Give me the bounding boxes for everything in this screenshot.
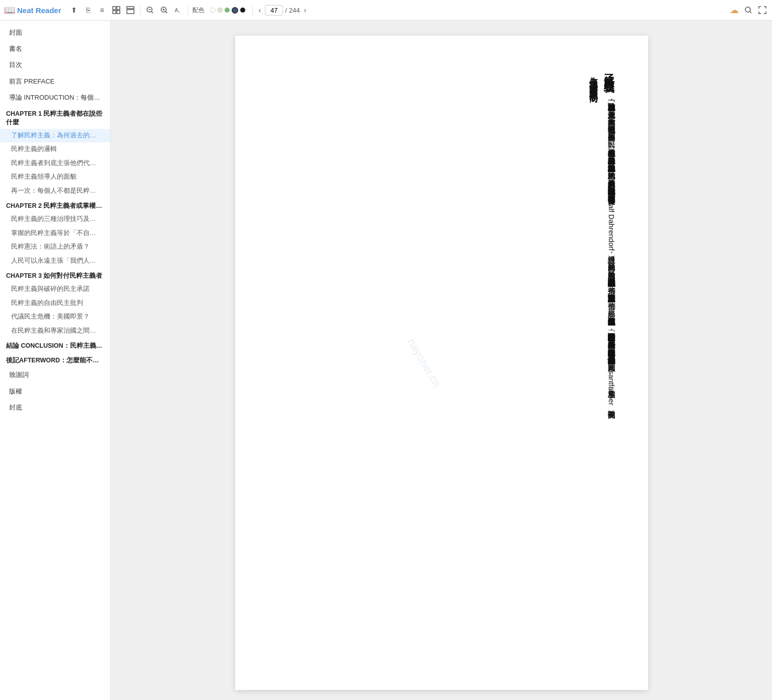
book-page: nayoner.cn 了解民粹主義： 為何過去的方法會走進死胡同 民粹主義是「進…	[235, 36, 648, 690]
svg-rect-1	[117, 7, 120, 10]
layout-icon[interactable]	[125, 5, 136, 16]
app-logo-icon: 📖	[4, 5, 15, 16]
sidebar-sub-ch1-2[interactable]: 民粹主義的邏輯	[0, 142, 110, 157]
cloud-sync-icon[interactable]: ☁	[729, 5, 740, 16]
divider-2	[188, 5, 188, 15]
text-column-3: 義與不負責任的政策，或是與各種形式的政治迎合（「群眾煽動」）和「民粹主義」經常被…	[265, 174, 618, 191]
svg-rect-4	[127, 7, 134, 9]
page-total: 244	[289, 7, 300, 14]
menu-icon[interactable]: ≡	[97, 5, 108, 16]
sidebar-chapter-1[interactable]: CHAPTER 1 民粹主義者都在說些什麼	[0, 106, 110, 129]
sidebar-item-thanks[interactable]: 致謝詞	[0, 367, 110, 383]
book-content-area: nayoner.cn 了解民粹主義： 為何過去的方法會走進死胡同 民粹主義是「進…	[111, 21, 772, 700]
divider-3	[252, 5, 253, 15]
sidebar-sub-ch3-4[interactable]: 在民粹主義和專家治國之間拉扯...	[0, 324, 110, 338]
sidebar-item-backcover[interactable]: 封底	[0, 400, 110, 416]
sidebar-item-title[interactable]: 書名	[0, 41, 110, 57]
sidebar-sub-ch1-1[interactable]: 了解民粹主義：為何過去的方法...	[0, 129, 110, 143]
sidebar-chapter-3[interactable]: CHAPTER 3 如何對付民粹主義者	[0, 268, 110, 282]
sidebar-sub-ch2-1[interactable]: 民粹主義的三種治理技巧及其道...	[0, 212, 110, 226]
sidebar-item-rights[interactable]: 版權	[0, 383, 110, 400]
svg-point-15	[745, 7, 750, 12]
svg-rect-3	[117, 11, 120, 14]
color-green[interactable]	[225, 8, 230, 13]
save-icon[interactable]: ⬆	[68, 5, 80, 16]
text-column-7: 是被很多歐洲評論者歸類為「左派民粹主義」和特定階級有關，特別是小資產階級以及那些	[265, 328, 618, 335]
sidebar-item-preface[interactable]: 前言 PREFACE	[0, 73, 110, 90]
color-white[interactable]	[210, 8, 216, 13]
sidebar-item-intro[interactable]: 導論 INTRODUCTION：每個人都是民...	[0, 90, 110, 106]
font-size-icon[interactable]: A↕	[173, 5, 184, 16]
svg-rect-5	[127, 10, 134, 14]
toolbar-right: ☁	[729, 5, 768, 16]
svg-rect-2	[113, 11, 116, 14]
color-scheme-selector	[210, 7, 245, 14]
toolbar: 📖 Neat Reader ⬆ ⎘ ≡ A↕ 配色 ‹ / 244 › ☁	[0, 0, 772, 21]
prev-page-button[interactable]: ‹	[257, 5, 263, 15]
sidebar-sub-ch1-3[interactable]: 民粹主義者到底主張他們代表什...	[0, 157, 110, 171]
svg-rect-0	[113, 7, 116, 10]
sidebar-item-toc[interactable]: 目次	[0, 57, 110, 73]
sidebar-afterword[interactable]: 後記AFTERWORD：怎麼能不去思考...	[0, 352, 110, 367]
sidebar-sub-ch3-1[interactable]: 民粹主義與破碎的民主承諾	[0, 282, 110, 296]
sidebar-conclusion[interactable]: 結論 CONCLUSION：民粹主義的七個...	[0, 338, 110, 352]
app-title: Neat Reader	[17, 6, 61, 15]
sidebar-sub-ch1-4[interactable]: 民粹主義領導人的面貌	[0, 170, 110, 184]
sidebar-item-cover[interactable]: 封面	[0, 25, 110, 41]
sidebar-sub-ch3-2[interactable]: 民粹主義的自由民主批判	[0, 296, 110, 310]
app-brand: 📖 Neat Reader	[4, 5, 61, 16]
text-column-8: 民粹主義也經常被歸為與特定階級有關，特別是小資產階級以及那些從事土地耕種的人，直…	[265, 343, 618, 406]
svg-line-16	[750, 12, 751, 13]
zoom-in-icon[interactable]	[159, 5, 170, 16]
text-column-4: （Ralf Dahrendorf）曾經說過，民粹是簡單的，民主是複雜的。這個聯想…	[265, 199, 618, 281]
sidebar: 封面 書名 目次 前言 PREFACE 導論 INTRODUCTION：每個人都…	[0, 21, 111, 700]
grid-icon[interactable]	[111, 5, 122, 16]
sidebar-sub-ch2-2[interactable]: 掌握的民粹主義等於「不自由的...	[0, 226, 110, 241]
text-column-5: 是「激進左翼聯盟」和西班牙「我們可以」等政黨討論的主題，這些都	[265, 289, 618, 296]
fullscreen-icon[interactable]	[757, 5, 768, 16]
color-black[interactable]	[240, 8, 245, 13]
divider-1	[140, 5, 141, 15]
color-beige[interactable]	[218, 8, 223, 13]
page-separator: /	[285, 7, 287, 14]
next-page-button[interactable]: ›	[302, 5, 309, 15]
color-dark-blue[interactable]	[232, 7, 238, 14]
search-icon[interactable]	[743, 5, 754, 16]
sidebar-sub-ch3-3[interactable]: 代議民主危機：美國即景？	[0, 310, 110, 324]
zoom-out-icon[interactable]	[145, 5, 156, 16]
sidebar-chapter-2[interactable]: CHAPTER 2 民粹主義者或掌權中的民...	[0, 198, 110, 212]
svg-line-8	[152, 12, 153, 13]
main-area: 封面 書名 目次 前言 PREFACE 導論 INTRODUCTION：每個人都…	[0, 21, 772, 700]
page-navigation: ‹ / 244 ›	[257, 5, 309, 16]
svg-text:↕: ↕	[178, 10, 180, 14]
svg-text:A: A	[175, 8, 178, 13]
sidebar-sub-ch2-4[interactable]: 人民可以永遠主張「我們人民」...	[0, 254, 110, 268]
svg-line-12	[166, 12, 167, 13]
chapter-title: 了解民粹主義： 為何過去的方法會走進死胡同	[265, 66, 618, 90]
text-column-2: 粹主義也有不一樣的看法。主要是自由主義的評論者認為，當地的民粹主義是自由主義的評…	[265, 143, 618, 166]
sidebar-sub-ch2-3[interactable]: 民粹憲法：術語上的矛盾？	[0, 240, 110, 254]
page-input[interactable]	[265, 5, 283, 16]
copy-icon[interactable]: ⎘	[83, 5, 94, 16]
color-label: 配色	[192, 6, 204, 15]
text-column-1: 民粹主義是「進步的」或是「草根的」的概念，大致上是美洲（北、南）才有的現象。我們…	[265, 98, 618, 135]
text-column-6: 是膨脹，民粹主義也經常被歸類為「左派民粹主義」的例子。	[265, 304, 618, 320]
sidebar-sub-ch1-5[interactable]: 再一次：每個人不都是民粹主義...	[0, 184, 110, 198]
